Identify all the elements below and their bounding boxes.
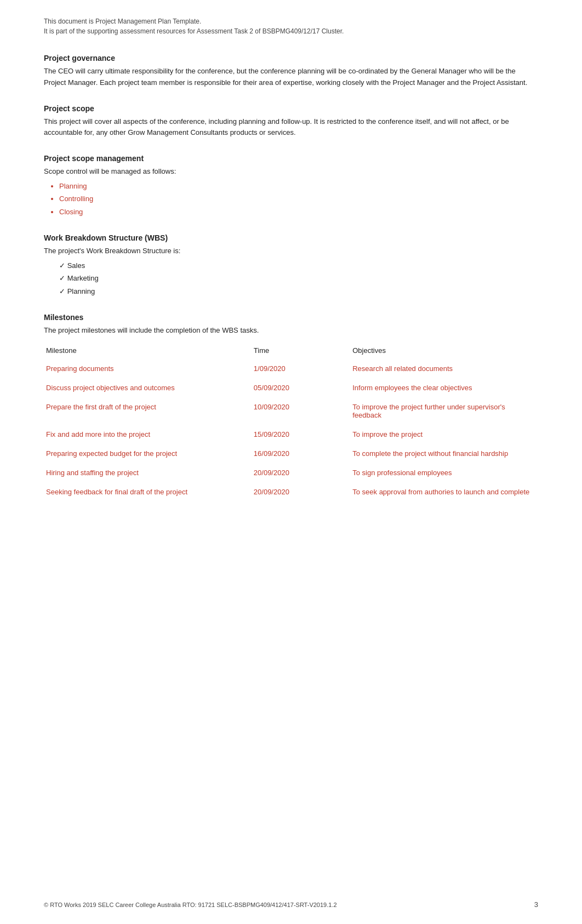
col-header-milestone: Milestone [44, 343, 252, 359]
doc-header: This document is Project Management Plan… [44, 16, 538, 36]
milestone-objectives: Research all related documents [350, 359, 538, 378]
section-wbs: Work Breakdown Structure (WBS) The proje… [44, 233, 538, 298]
section-milestones: Milestones The project milestones will i… [44, 313, 538, 501]
milestone-name: Preparing expected budget for the projec… [44, 444, 252, 463]
col-header-objectives: Objectives [350, 343, 538, 359]
section-wbs-title: Work Breakdown Structure (WBS) [44, 233, 538, 242]
check-sales: Sales [59, 259, 538, 272]
table-row: Seeking feedback for final draft of the … [44, 482, 538, 501]
table-row: Prepare the first draft of the project 1… [44, 397, 538, 425]
bullet-controlling: Controlling [59, 192, 538, 205]
table-row: Fix and add more into the project 15/09/… [44, 425, 538, 444]
milestone-name: Fix and add more into the project [44, 425, 252, 444]
footer-copyright: © RTO Works 2019 SELC Career College Aus… [44, 902, 337, 908]
milestone-objectives: Inform employees the clear objectives [350, 378, 538, 397]
table-row: Hiring and staffing the project 20/09/20… [44, 463, 538, 482]
check-planning: Planning [59, 285, 538, 298]
section-milestones-intro: The project milestones will include the … [44, 325, 538, 336]
milestone-time: 16/09/2020 [252, 444, 350, 463]
table-row: Preparing documents 1/09/2020 Research a… [44, 359, 538, 378]
doc-header-line1: This document is Project Management Plan… [44, 16, 538, 26]
milestone-objectives: To seek approval from authories to launc… [350, 482, 538, 501]
section-governance: Project governance The CEO will carry ul… [44, 54, 538, 89]
table-row: Preparing expected budget for the projec… [44, 444, 538, 463]
milestone-time: 10/09/2020 [252, 397, 350, 425]
wbs-checklist: Sales Marketing Planning [44, 259, 538, 298]
doc-header-line2: It is part of the supporting assessment … [44, 26, 538, 36]
scope-management-bullets: Planning Controlling Closing [44, 180, 538, 218]
section-milestones-title: Milestones [44, 313, 538, 322]
milestone-time: 20/09/2020 [252, 463, 350, 482]
section-scope-management-intro: Scope control will be managed as follows… [44, 166, 538, 178]
milestone-name: Hiring and staffing the project [44, 463, 252, 482]
milestone-time: 05/09/2020 [252, 378, 350, 397]
page-footer: © RTO Works 2019 SELC Career College Aus… [0, 900, 582, 909]
bullet-planning: Planning [59, 180, 538, 192]
milestone-time: 1/09/2020 [252, 359, 350, 378]
milestone-time: 20/09/2020 [252, 482, 350, 501]
milestones-table: Milestone Time Objectives Preparing docu… [44, 343, 538, 501]
section-scope-title: Project scope [44, 104, 538, 113]
milestone-objectives: To improve the project [350, 425, 538, 444]
milestone-time: 15/09/2020 [252, 425, 350, 444]
page-number: 3 [534, 900, 538, 909]
milestone-objectives: To improve the project further under sup… [350, 397, 538, 425]
milestone-objectives: To complete the project without financia… [350, 444, 538, 463]
section-wbs-intro: The project's Work Breakdown Structure i… [44, 246, 538, 257]
milestone-name: Discuss project objectives and outcomes [44, 378, 252, 397]
milestone-objectives: To sign professional employees [350, 463, 538, 482]
section-governance-body: The CEO will carry ultimate responsibili… [44, 66, 538, 89]
milestone-name: Prepare the first draft of the project [44, 397, 252, 425]
section-scope-management: Project scope management Scope control w… [44, 154, 538, 218]
section-scope-management-title: Project scope management [44, 154, 538, 163]
section-scope-body: This project will cover all aspects of t… [44, 116, 538, 139]
bullet-closing: Closing [59, 206, 538, 218]
section-governance-title: Project governance [44, 54, 538, 62]
check-marketing: Marketing [59, 272, 538, 284]
table-row: Discuss project objectives and outcomes … [44, 378, 538, 397]
milestone-name: Seeking feedback for final draft of the … [44, 482, 252, 501]
section-scope: Project scope This project will cover al… [44, 104, 538, 139]
col-header-time: Time [252, 343, 350, 359]
milestone-name: Preparing documents [44, 359, 252, 378]
